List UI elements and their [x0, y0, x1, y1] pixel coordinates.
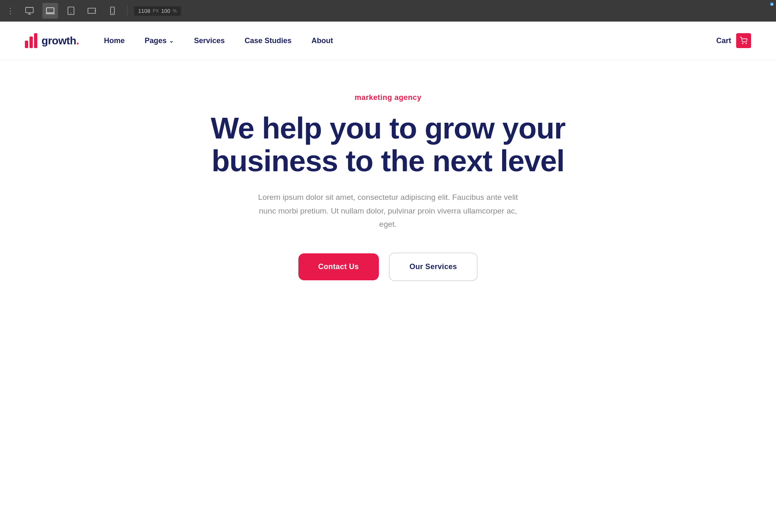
size-unit: PX: [153, 8, 159, 13]
svg-rect-3: [46, 8, 54, 13]
pages-chevron-icon: ⌄: [169, 37, 174, 44]
svg-point-10: [112, 13, 113, 14]
contact-us-button[interactable]: Contact Us: [298, 253, 379, 280]
nav-about[interactable]: About: [312, 36, 333, 45]
nav-services[interactable]: Services: [194, 36, 225, 45]
hero-title-line1: We help you to grow your: [211, 112, 566, 145]
toolbar-dots-icon: ⋮: [7, 6, 15, 15]
logo-bar-1: [25, 41, 28, 48]
logo-dot: .: [76, 34, 79, 47]
nav-pages[interactable]: Pages ⌄: [144, 36, 174, 45]
svg-point-12: [746, 43, 747, 44]
svg-point-11: [742, 43, 743, 44]
laptop-device-btn[interactable]: ★: [42, 3, 58, 19]
size-display: 1108 PX 100 %: [134, 6, 181, 16]
hero-buttons: Contact Us Our Services: [298, 253, 478, 281]
zoom-unit: %: [173, 8, 177, 13]
nav-links: Home Pages ⌄ Services Case Studies About: [104, 36, 716, 45]
cart-link[interactable]: Cart: [716, 36, 731, 45]
mobile-device-btn[interactable]: [105, 3, 120, 19]
our-services-button[interactable]: Our Services: [389, 253, 478, 281]
logo-icon: [25, 33, 37, 48]
nav-case-studies[interactable]: Case Studies: [245, 36, 292, 45]
svg-point-6: [71, 13, 71, 14]
website-content: growth. Home Pages ⌄ Services Case Studi…: [0, 22, 776, 323]
logo-bar-3: [34, 33, 37, 48]
hero-subtitle: marketing agency: [354, 93, 421, 102]
hero-section: marketing agency We help you to grow you…: [181, 60, 595, 323]
cart-icon[interactable]: [736, 33, 751, 48]
wide-tablet-device-btn[interactable]: [84, 3, 100, 19]
navbar: growth. Home Pages ⌄ Services Case Studi…: [0, 22, 776, 60]
hero-description: Lorem ipsum dolor sit amet, consectetur …: [255, 191, 521, 231]
nav-pages-label: Pages: [144, 36, 166, 45]
hero-title: We help you to grow your business to the…: [211, 112, 566, 177]
nav-home[interactable]: Home: [104, 36, 124, 45]
tablet-device-btn[interactable]: [63, 3, 79, 19]
svg-point-8: [94, 10, 95, 11]
toolbar: ⋮ ★ 1108 PX 100 %: [0, 0, 776, 22]
desktop-device-btn[interactable]: [22, 3, 37, 19]
toolbar-separator: [127, 5, 127, 17]
zoom-value: 100: [161, 8, 171, 14]
logo-bar-2: [29, 36, 33, 48]
logo[interactable]: growth.: [25, 33, 79, 48]
logo-text: growth.: [41, 34, 79, 47]
svg-rect-0: [26, 7, 33, 13]
size-value: 1108: [138, 8, 150, 14]
hero-title-line2: business to the next level: [212, 144, 564, 177]
nav-right: Cart: [716, 33, 751, 48]
